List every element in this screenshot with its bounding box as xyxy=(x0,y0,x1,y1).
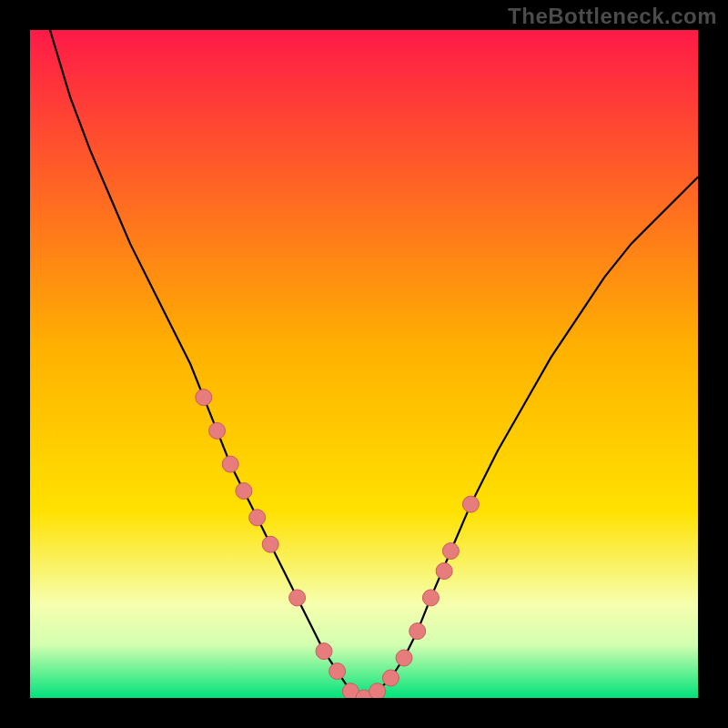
data-marker xyxy=(396,650,412,666)
data-marker xyxy=(222,456,238,472)
gradient-background xyxy=(30,30,698,698)
data-marker xyxy=(442,543,459,560)
data-marker xyxy=(329,663,346,680)
data-marker xyxy=(422,590,439,606)
data-marker xyxy=(316,643,332,660)
data-marker xyxy=(436,563,452,580)
data-marker xyxy=(236,483,252,500)
data-marker xyxy=(249,510,266,526)
data-marker xyxy=(262,536,278,552)
data-marker xyxy=(462,496,479,512)
plot-area xyxy=(30,30,698,698)
data-marker xyxy=(410,623,426,640)
data-marker xyxy=(382,670,399,686)
data-marker xyxy=(369,683,386,698)
bottleneck-chart xyxy=(30,30,698,698)
data-marker xyxy=(289,590,306,606)
data-marker xyxy=(209,422,226,439)
watermark-text: TheBottleneck.com xyxy=(508,4,717,29)
chart-container: TheBottleneck.com xyxy=(0,0,728,728)
data-marker xyxy=(196,389,212,406)
